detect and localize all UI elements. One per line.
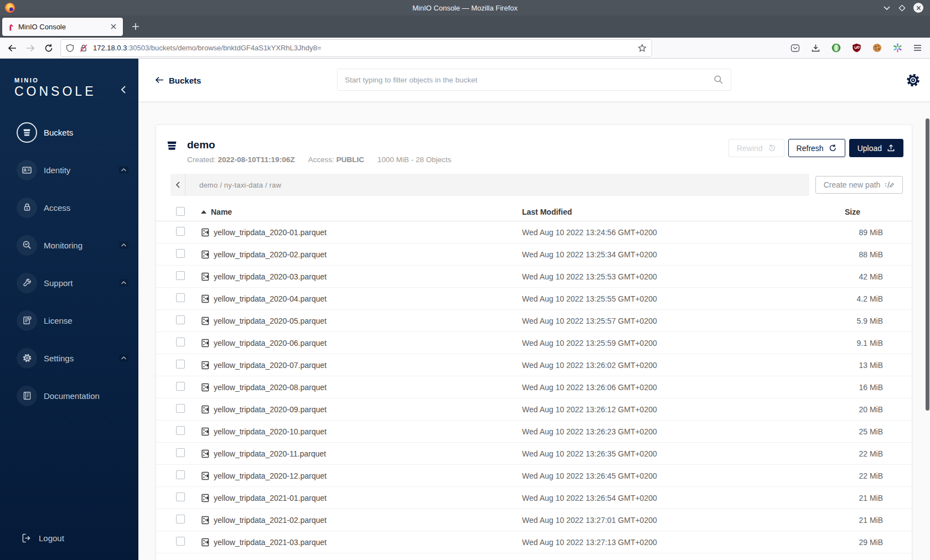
chevron-up-icon[interactable] [119, 167, 128, 174]
console-settings-gear-icon[interactable] [906, 72, 921, 87]
url-text: 172.18.0.3:30503/buckets/demo/browse/bnk… [93, 44, 321, 52]
forward-icon[interactable] [26, 44, 35, 52]
insecure-lock-icon[interactable] [79, 44, 88, 53]
row-checkbox[interactable] [176, 249, 185, 258]
sidebar-item-settings[interactable]: Settings [0, 339, 138, 377]
menu-hamburger-icon[interactable] [913, 44, 922, 51]
refresh-button[interactable]: Refresh [788, 139, 845, 157]
row-checkbox[interactable] [176, 382, 185, 391]
object-name-cell[interactable]: yellow_tripdata_2020-07.parquet [201, 361, 522, 370]
table-row[interactable]: yellow_tripdata_2021-01.parquet Wed Aug … [156, 487, 912, 509]
row-checkbox[interactable] [176, 404, 185, 413]
sidebar-item-monitoring[interactable]: Monitoring [0, 226, 138, 264]
consent-extension-icon[interactable] [893, 43, 902, 53]
reload-icon[interactable] [44, 44, 53, 53]
rewind-button[interactable]: Rewind [728, 139, 784, 157]
column-header-name[interactable]: Name [201, 208, 522, 216]
back-icon[interactable] [8, 44, 17, 52]
table-row[interactable]: yellow_tripdata_2020-03.parquet Wed Aug … [156, 266, 912, 288]
table-row[interactable]: yellow_tripdata_2020-07.parquet Wed Aug … [156, 354, 912, 376]
table-row[interactable]: yellow_tripdata_2020-02.parquet Wed Aug … [156, 243, 912, 266]
extension-green-icon[interactable] [831, 43, 841, 53]
object-name-cell[interactable]: yellow_tripdata_2021-01.parquet [201, 494, 522, 502]
object-name-cell[interactable]: yellow_tripdata_2020-03.parquet [201, 272, 522, 281]
filter-search-input[interactable] [345, 76, 714, 84]
chevron-up-icon[interactable] [119, 355, 128, 362]
row-checkbox[interactable] [176, 338, 185, 346]
table-row[interactable]: yellow_tripdata_2020-12.parquet Wed Aug … [156, 465, 912, 487]
sidebar-item-license[interactable]: License [0, 302, 138, 339]
object-size: 21 MiB [822, 516, 883, 525]
sidebar-item-support[interactable]: Support [0, 264, 138, 302]
pocket-icon[interactable] [790, 44, 800, 53]
tracking-shield-icon[interactable] [66, 44, 74, 53]
object-name-cell[interactable]: yellow_tripdata_2020-08.parquet [201, 383, 522, 392]
maximize-icon[interactable] [898, 4, 906, 12]
bookmark-star-icon[interactable] [638, 44, 647, 53]
row-checkbox[interactable] [176, 470, 185, 479]
cookie-extension-icon[interactable] [872, 43, 882, 53]
path-back-icon[interactable] [170, 174, 185, 196]
row-checkbox[interactable] [176, 271, 185, 280]
new-tab-icon[interactable] [132, 23, 140, 30]
table-row[interactable]: yellow_tripdata_2020-01.parquet Wed Aug … [156, 221, 912, 243]
object-name-cell[interactable]: yellow_tripdata_2021-02.parquet [201, 516, 522, 525]
sidebar-item-access[interactable]: Access [0, 189, 138, 226]
object-name-cell[interactable]: yellow_tripdata_2020-12.parquet [201, 471, 522, 480]
chevron-up-icon[interactable] [119, 242, 128, 249]
table-row[interactable]: yellow_tripdata_2020-11.parquet Wed Aug … [156, 443, 912, 465]
create-new-path-button[interactable]: Create new path [815, 176, 903, 194]
object-name-cell[interactable]: yellow_tripdata_2021-03.parquet [201, 538, 522, 547]
upload-button[interactable]: Upload [849, 139, 903, 157]
table-row[interactable]: yellow_tripdata_2020-05.parquet Wed Aug … [156, 310, 912, 332]
url-bar[interactable]: 172.18.0.3:30503/buckets/demo/browse/bnk… [61, 40, 652, 56]
settings-gear-icon [17, 348, 37, 369]
object-name: yellow_tripdata_2020-10.parquet [214, 427, 327, 436]
objects-table-header: Name Last Modified Size [156, 203, 912, 221]
table-row[interactable]: yellow_tripdata_2020-06.parquet Wed Aug … [156, 332, 912, 354]
sidebar-item-buckets[interactable]: Buckets [0, 113, 138, 151]
object-name-cell[interactable]: yellow_tripdata_2020-05.parquet [201, 317, 522, 325]
object-last-modified: Wed Aug 10 2022 13:26:45 GMT+0200 [522, 471, 822, 480]
object-name-cell[interactable]: yellow_tripdata_2020-06.parquet [201, 339, 522, 348]
downloads-icon[interactable] [811, 44, 820, 53]
row-checkbox[interactable] [176, 227, 185, 236]
object-name-cell[interactable]: yellow_tripdata_2020-10.parquet [201, 427, 522, 436]
back-arrow-icon [155, 76, 164, 84]
sidebar-item-logout[interactable]: Logout [21, 533, 64, 543]
row-checkbox[interactable] [176, 492, 185, 501]
tab-title: MinIO Console [18, 23, 109, 31]
row-checkbox[interactable] [176, 537, 185, 546]
column-header-size: Size [822, 208, 883, 216]
tab-minio-console[interactable]: MinIO Console [2, 18, 123, 36]
back-to-buckets-link[interactable]: Buckets [155, 75, 201, 85]
sidebar-collapse-icon[interactable] [120, 85, 126, 94]
minimize-icon[interactable] [883, 5, 891, 11]
row-checkbox[interactable] [176, 448, 185, 457]
table-row[interactable]: yellow_tripdata_2020-09.parquet Wed Aug … [156, 398, 912, 421]
object-name-cell[interactable]: yellow_tripdata_2020-11.parquet [201, 449, 522, 458]
object-name-cell[interactable]: yellow_tripdata_2020-01.parquet [201, 228, 522, 237]
table-row[interactable]: yellow_tripdata_2021-03.parquet Wed Aug … [156, 531, 912, 553]
row-checkbox[interactable] [176, 515, 185, 523]
row-checkbox[interactable] [176, 360, 185, 369]
row-checkbox[interactable] [176, 315, 185, 324]
table-row[interactable]: yellow_tripdata_2021-02.parquet Wed Aug … [156, 509, 912, 531]
object-name-cell[interactable]: yellow_tripdata_2020-02.parquet [201, 250, 522, 259]
row-checkbox[interactable] [176, 426, 185, 435]
sidebar-item-identity[interactable]: Identity [0, 151, 138, 189]
table-row[interactable]: yellow_tripdata_2020-08.parquet Wed Aug … [156, 376, 912, 398]
row-checkbox[interactable] [176, 293, 185, 302]
ublock-origin-icon[interactable] [852, 43, 861, 53]
object-name-cell[interactable]: yellow_tripdata_2020-04.parquet [201, 294, 522, 303]
table-row[interactable]: yellow_tripdata_2020-04.parquet Wed Aug … [156, 288, 912, 310]
select-all-checkbox[interactable] [176, 207, 185, 216]
close-icon[interactable] [913, 3, 923, 13]
page-scrollbar-thumb[interactable] [926, 118, 929, 411]
tab-close-icon[interactable] [109, 22, 118, 31]
chevron-up-icon[interactable] [119, 279, 128, 287]
sidebar-item-documentation[interactable]: Documentation [0, 377, 138, 414]
object-name-cell[interactable]: yellow_tripdata_2020-09.parquet [201, 405, 522, 414]
table-row[interactable]: yellow_tripdata_2020-10.parquet Wed Aug … [156, 421, 912, 443]
breadcrumb-path[interactable]: demo / ny-taxi-data / raw [199, 181, 281, 189]
